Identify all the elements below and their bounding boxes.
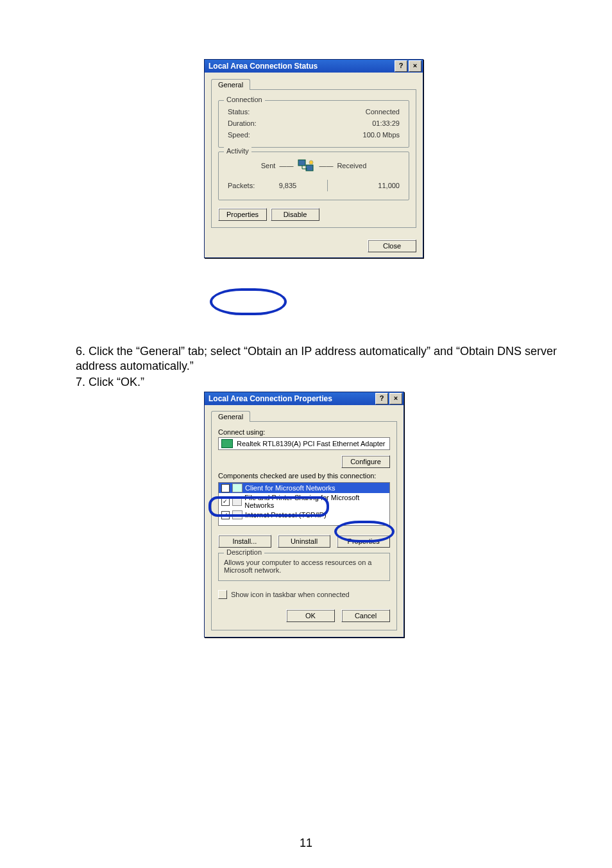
cancel-button[interactable]: Cancel [341, 609, 390, 622]
packets-sent-value: 9,835 [255, 182, 320, 189]
properties-dialog: Local Area Connection Properties ? × Gen… [204, 392, 404, 638]
svg-rect-1 [306, 165, 313, 171]
status-label: Status: [228, 108, 250, 116]
list-item-label: Client for Microsoft Networks [245, 484, 336, 492]
configure-button[interactable]: Configure [341, 455, 390, 468]
ok-button[interactable]: OK [286, 609, 335, 622]
activity-group-title: Activity [224, 147, 251, 155]
connect-using-label: Connect using: [218, 428, 390, 436]
list-item-fileshare[interactable]: ✓ File and Printer Sharing for Microsoft… [219, 493, 389, 510]
disable-button[interactable]: Disable [271, 208, 319, 221]
help-button[interactable]: ? [395, 60, 407, 72]
checkbox-icon[interactable]: ✓ [221, 498, 230, 506]
uninstall-button[interactable]: Uninstall [278, 535, 331, 548]
checkbox-icon[interactable]: ✓ [221, 511, 230, 519]
checkbox-icon[interactable]: ✓ [221, 484, 230, 492]
network-activity-icon [297, 159, 315, 173]
checkbox-icon[interactable] [218, 590, 227, 599]
component-icon [232, 483, 242, 492]
component-icon [232, 510, 242, 519]
list-item-client[interactable]: ✓ Client for Microsoft Networks [219, 483, 389, 493]
close-button[interactable]: × [389, 393, 402, 404]
connection-group: Connection Status:Connected Duration:01:… [218, 100, 409, 148]
description-title: Description [224, 548, 264, 556]
received-label: Received [337, 162, 366, 169]
components-label: Components checked are used by this conn… [218, 472, 390, 480]
status-dialog: Local Area Connection Status ? × General… [204, 59, 423, 258]
nic-icon [221, 439, 233, 448]
component-icon [232, 497, 242, 506]
packets-label: Packets: [228, 182, 255, 189]
properties-tabpane: Connect using: Realtek RTL8139(A) PCI Fa… [211, 421, 397, 630]
description-group: Description Allows your computer to acce… [218, 553, 390, 581]
component-properties-button[interactable]: Properties [337, 535, 390, 548]
install-button[interactable]: Install... [218, 535, 271, 548]
sent-label: Sent [261, 162, 276, 169]
divider [327, 180, 328, 191]
close-dialog-button[interactable]: Close [368, 239, 416, 252]
list-item-label: Internet Protocol (TCP/IP) [245, 511, 327, 519]
status-tabpane: Connection Status:Connected Duration:01:… [211, 89, 416, 228]
speed-label: Speed: [228, 131, 250, 139]
help-button[interactable]: ? [375, 393, 388, 404]
show-icon-label: Show icon in taskbar when connected [231, 591, 350, 598]
packets-received-value: 11,000 [334, 182, 400, 189]
adapter-name: Realtek RTL8139(A) PCI Fast Ethernet Ada… [237, 440, 386, 447]
properties-button[interactable]: Properties [218, 208, 267, 221]
speed-value: 100.0 Mbps [363, 131, 400, 139]
close-button[interactable]: × [409, 60, 421, 72]
instruction-step-6: 6. Click the “General” tab; select “Obta… [76, 344, 570, 373]
highlight-ring-properties [210, 288, 287, 315]
tab-general[interactable]: General [211, 411, 250, 422]
activity-group: Activity Sent —— —— Received Packets: 9,… [218, 152, 409, 200]
duration-label: Duration: [228, 119, 257, 127]
components-list[interactable]: ✓ Client for Microsoft Networks ✓ File a… [218, 482, 390, 526]
adapter-field: Realtek RTL8139(A) PCI Fast Ethernet Ada… [218, 437, 390, 450]
svg-point-2 [309, 161, 313, 164]
duration-value: 01:33:29 [372, 119, 400, 127]
status-value: Connected [366, 108, 400, 116]
connection-group-title: Connection [224, 96, 265, 103]
status-title: Local Area Connection Status [208, 62, 318, 71]
page-number: 11 [0, 837, 612, 850]
show-icon-checkbox-row[interactable]: Show icon in taskbar when connected [218, 590, 390, 599]
properties-titlebar: Local Area Connection Properties ? × [205, 392, 404, 405]
list-item-tcpip[interactable]: ✓ Internet Protocol (TCP/IP) [219, 510, 389, 520]
properties-title: Local Area Connection Properties [208, 394, 332, 403]
tab-general[interactable]: General [211, 79, 250, 90]
svg-rect-0 [298, 160, 305, 166]
instruction-step-7: 7. Click “OK.” [76, 375, 570, 390]
list-item-label: File and Printer Sharing for Microsoft N… [244, 494, 387, 509]
status-titlebar: Local Area Connection Status ? × [205, 60, 423, 73]
description-text: Allows your computer to access resources… [224, 559, 384, 574]
